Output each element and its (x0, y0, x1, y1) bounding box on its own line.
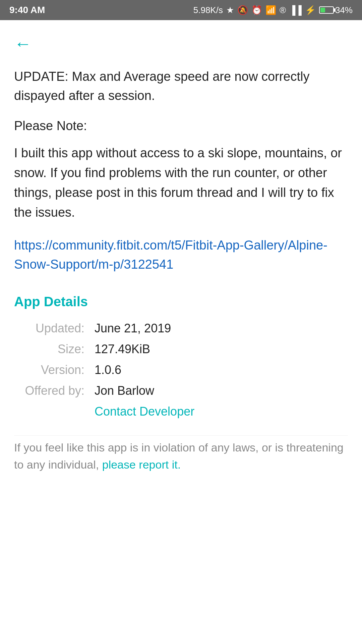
battery-indicator: 34% (319, 5, 353, 15)
contact-developer-link[interactable]: Contact Developer (95, 405, 194, 419)
size-row: Size: 127.49KiB (14, 342, 348, 356)
status-right-icons: 5.98K/s ★ 🔕 ⏰ 📶 ® ▐▐ ⚡ 34% (193, 5, 353, 15)
version-value: 1.0.6 (95, 363, 348, 377)
description-text: I built this app without access to a ski… (14, 143, 348, 222)
signal-icon: ▐▐ (289, 5, 302, 15)
details-table: Updated: June 21, 2019 Size: 127.49KiB V… (14, 321, 348, 419)
status-time: 9:40 AM (9, 5, 45, 15)
updated-value: June 21, 2019 (95, 321, 348, 335)
version-row: Version: 1.0.6 (14, 363, 348, 377)
status-bar: 9:40 AM 5.98K/s ★ 🔕 ⏰ 📶 ® ▐▐ ⚡ 34% (0, 0, 362, 20)
back-button[interactable]: ← (14, 34, 32, 54)
registered-icon: ® (280, 5, 286, 15)
size-label: Size: (14, 342, 95, 356)
support-link[interactable]: https://community.fitbit.com/t5/Fitbit-A… (14, 236, 348, 274)
battery-percent: 34% (335, 5, 353, 15)
contact-developer-row: Contact Developer (14, 405, 348, 419)
offered-by-row: Offered by: Jon Barlow (14, 384, 348, 398)
battery-fill (320, 8, 325, 12)
offered-by-value: Jon Barlow (95, 384, 348, 398)
lightning-icon: ⚡ (305, 5, 316, 15)
size-value: 127.49KiB (95, 342, 348, 356)
updated-row: Updated: June 21, 2019 (14, 321, 348, 335)
wifi-icon: 📶 (265, 5, 276, 15)
main-content: UPDATE: Max and Average speed are now co… (0, 60, 362, 493)
bluetooth-icon: ★ (226, 5, 234, 15)
alarm-icon: ⏰ (251, 5, 262, 15)
battery-icon (319, 6, 334, 14)
report-link[interactable]: please report it. (102, 458, 181, 471)
app-details-section: App Details Updated: June 21, 2019 Size:… (14, 294, 348, 419)
update-text: UPDATE: Max and Average speed are now co… (14, 67, 348, 105)
version-label: Version: (14, 363, 95, 377)
network-speed: 5.98K/s (193, 5, 223, 15)
please-note-label: Please Note: (14, 119, 348, 133)
offered-by-label: Offered by: (14, 384, 95, 398)
footer-section: If you feel like this app is in violatio… (14, 435, 348, 473)
updated-label: Updated: (14, 321, 95, 335)
mute-icon: 🔕 (237, 5, 248, 15)
app-details-title: App Details (14, 294, 348, 309)
back-button-area: ← (0, 20, 362, 60)
